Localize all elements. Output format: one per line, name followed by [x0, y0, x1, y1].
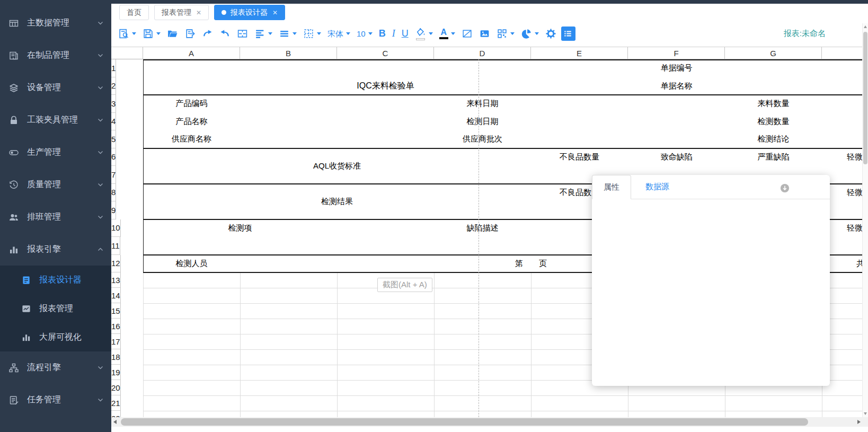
scroll-left-arrow-icon[interactable]: [113, 420, 117, 424]
form-cell-r8c1[interactable]: 检测结果: [143, 184, 532, 220]
dropdown-caret-icon[interactable]: [293, 32, 297, 35]
column-header-G[interactable]: G: [725, 47, 822, 59]
vertical-scrollbar[interactable]: [862, 23, 868, 417]
row-header-19[interactable]: 19: [111, 365, 121, 380]
row-header-18[interactable]: 18: [111, 349, 121, 365]
form-cell-r6c8[interactable]: 轻微缺陷: [822, 148, 863, 167]
sidebar-item-report-engine[interactable]: 报表引擎: [0, 233, 111, 266]
diagonal-cell-button[interactable]: [460, 27, 474, 40]
dropdown-caret-icon[interactable]: [510, 32, 515, 35]
insert-image-button[interactable]: [477, 27, 492, 40]
row-header-16[interactable]: 16: [111, 319, 121, 334]
form-cell-r5c4[interactable]: 供应商批次: [434, 130, 532, 149]
export-button[interactable]: [183, 27, 197, 40]
form-cell-r3c6[interactable]: [628, 95, 725, 113]
row-header-5[interactable]: 5: [111, 130, 116, 148]
borders-button[interactable]: [302, 27, 323, 40]
horizontal-scrollbar[interactable]: [111, 417, 868, 427]
line-style-button[interactable]: [277, 27, 298, 40]
form-cell-r3c1[interactable]: 产品编码: [143, 95, 241, 113]
tab-home[interactable]: 首页: [119, 5, 149, 20]
form-cell-r4c8[interactable]: [822, 113, 863, 131]
column-header-A[interactable]: A: [143, 47, 240, 59]
sidebar-subitem-report-management[interactable]: 报表管理: [0, 294, 111, 323]
form-cell-r4c5[interactable]: [531, 113, 628, 131]
form-cell-r4c1[interactable]: 产品名称: [143, 113, 241, 131]
column-header-B[interactable]: B: [240, 47, 337, 59]
panel-collapse-button[interactable]: [780, 183, 790, 193]
form-cell-r6c7[interactable]: 严重缺陷: [725, 148, 822, 167]
dropdown-caret-icon[interactable]: [429, 32, 433, 35]
form-cell-r2c1[interactable]: IQC来料检验单: [143, 77, 628, 96]
form-cell-r2c7[interactable]: [725, 77, 863, 96]
dropdown-caret-icon[interactable]: [317, 32, 321, 35]
row-header-10[interactable]: 10: [111, 219, 121, 237]
settings-button[interactable]: [544, 27, 558, 40]
form-cell-r3c4[interactable]: 来料日期: [434, 95, 532, 113]
sidebar-item-master-data[interactable]: 主数据管理: [0, 7, 111, 39]
column-header-C[interactable]: C: [337, 47, 434, 59]
form-cell-r4c2[interactable]: [240, 113, 435, 131]
form-cell-r5c7[interactable]: 检测结论: [725, 130, 822, 149]
sidebar-item-task-management[interactable]: 任务管理: [0, 384, 111, 416]
sidebar-item-production[interactable]: 生产管理: [0, 136, 111, 169]
form-cell-r1c6[interactable]: 单据编号: [628, 59, 725, 78]
row-header-14[interactable]: 14: [111, 288, 121, 303]
row-header-1[interactable]: 1: [111, 59, 116, 77]
row-header-7[interactable]: 7: [111, 166, 116, 184]
form-cell-r1c7[interactable]: [725, 59, 863, 78]
form-cell-r5c5[interactable]: [531, 130, 628, 149]
sidebar-item-process-engine[interactable]: 流程引擎: [0, 351, 111, 384]
panel-tab-datasource[interactable]: 数据源: [631, 175, 684, 199]
font-size-button[interactable]: 10: [355, 29, 374, 39]
form-cell-r3c8[interactable]: [822, 95, 863, 113]
form-cell-r4c7[interactable]: 检测数量: [725, 113, 822, 131]
sidebar-subitem-report-designer[interactable]: 报表设计器: [0, 266, 111, 294]
dropdown-caret-icon[interactable]: [346, 32, 350, 35]
row-header-17[interactable]: 17: [111, 334, 121, 349]
column-header-D[interactable]: D: [434, 47, 531, 59]
row-header-12[interactable]: 12: [111, 255, 121, 273]
dropdown-caret-icon[interactable]: [368, 32, 373, 35]
panel-tab-properties[interactable]: 属性: [592, 175, 631, 199]
column-header-F[interactable]: F: [628, 47, 725, 59]
form-cell-r5c2[interactable]: [240, 130, 435, 149]
sidebar-item-equipment[interactable]: 设备管理: [0, 72, 111, 104]
form-cell-r5c8[interactable]: [822, 130, 863, 149]
tab-close-icon[interactable]: ✕: [272, 10, 278, 16]
qrcode-button[interactable]: [495, 27, 516, 40]
form-cell-r10c3[interactable]: 缺陷描述: [337, 219, 628, 238]
row-header-22[interactable]: 22: [111, 411, 121, 417]
undo-button[interactable]: [218, 27, 232, 40]
form-cell-r5c1[interactable]: 供应商名称: [143, 130, 241, 149]
dropdown-caret-icon[interactable]: [451, 32, 455, 35]
open-button[interactable]: [165, 27, 180, 40]
row-header-3[interactable]: 3: [111, 95, 116, 113]
merge-cells-button[interactable]: [235, 27, 250, 40]
scroll-up-arrow-icon[interactable]: [864, 25, 867, 28]
horizontal-scroll-thumb[interactable]: [121, 418, 808, 426]
scroll-down-arrow-icon[interactable]: [864, 412, 867, 415]
form-cell-r4c4[interactable]: 检测日期: [434, 113, 532, 131]
form-cell-r3c5[interactable]: [531, 95, 628, 113]
italic-button[interactable]: I: [391, 28, 397, 39]
row-header-11[interactable]: 11: [111, 237, 120, 255]
form-cell-r4c6[interactable]: [628, 113, 725, 131]
form-cell-r10c1[interactable]: 检测项: [143, 219, 338, 238]
form-cell-r6c6[interactable]: 致命缺陷: [628, 148, 725, 167]
dropdown-caret-icon[interactable]: [156, 32, 161, 35]
form-cell-r2c6[interactable]: 单据名称: [628, 77, 725, 96]
chart-button[interactable]: [519, 27, 541, 40]
row-header-4[interactable]: 4: [111, 113, 116, 131]
form-cell-r12c1[interactable]: 检测人员: [143, 255, 241, 274]
row-header-21[interactable]: 21: [111, 395, 121, 411]
form-cell-r6c5[interactable]: 不良品数量: [531, 148, 628, 167]
sidebar-subitem-big-screen[interactable]: 大屏可视化: [0, 323, 111, 351]
preview-button[interactable]: [117, 27, 138, 40]
form-cell-r5c6[interactable]: [628, 130, 725, 149]
sidebar-item-scheduling[interactable]: 排班管理: [0, 201, 111, 233]
row-header-8[interactable]: 8: [111, 184, 116, 202]
save-button[interactable]: [141, 27, 162, 40]
underline-button[interactable]: U: [400, 28, 410, 39]
row-header-13[interactable]: 13: [111, 272, 121, 288]
